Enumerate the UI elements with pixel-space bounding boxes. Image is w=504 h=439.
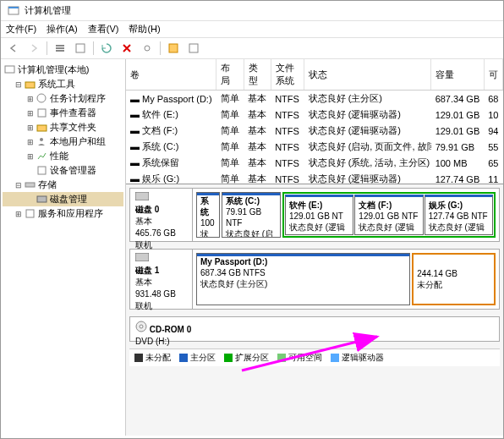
disk-header: CD-ROM 0 DVD (H:) <box>130 317 499 341</box>
svg-point-6 <box>145 46 150 51</box>
menu-help[interactable]: 帮助(H) <box>129 23 160 36</box>
tree-device-manager[interactable]: 设备管理器 <box>3 163 123 178</box>
partition[interactable]: 娱乐 (G:) 127.74 GB NTF 状态良好 (逻辑 <box>425 195 493 235</box>
tree-storage[interactable]: ⊟存储 <box>3 178 123 192</box>
svg-point-11 <box>37 94 46 102</box>
back-icon[interactable] <box>6 41 21 56</box>
col-capacity[interactable]: 容量 <box>431 59 485 91</box>
svg-rect-12 <box>38 109 46 117</box>
svg-rect-18 <box>26 210 34 217</box>
volume-row[interactable]: ▬ 软件 (E:)简单基本NTFS状态良好 (逻辑驱动器)129.01 GB10 <box>126 107 503 123</box>
tree-task-scheduler[interactable]: ⊞任务计划程序 <box>3 91 123 106</box>
settings-icon[interactable] <box>140 41 155 56</box>
disk-row-0[interactable]: 磁盘 0 基本 465.76 GB 联机 系统 100 状态 系统 (C:) 7… <box>129 188 500 242</box>
svg-rect-8 <box>189 44 198 52</box>
disk-row-cdrom[interactable]: CD-ROM 0 DVD (H:) <box>129 316 500 342</box>
svg-rect-7 <box>169 44 178 52</box>
col-type[interactable]: 类型 <box>244 59 271 91</box>
tree-performance[interactable]: ⊞性能 <box>3 149 123 163</box>
extended-partition: 软件 (E:) 129.01 GB NT 状态良好 (逻辑 文档 (F:) 12… <box>282 192 496 238</box>
menu-view[interactable]: 查看(V) <box>88 23 119 36</box>
navigation-tree[interactable]: 计算机管理(本地) ⊟系统工具 ⊞任务计划程序 ⊞事件查看器 ⊞共享文件夹 ⊞本… <box>1 59 126 436</box>
volume-row[interactable]: ▬ 文档 (F:)简单基本NTFS状态良好 (逻辑驱动器)129.01 GB94 <box>126 123 503 139</box>
app-icon <box>8 5 19 17</box>
help-icon[interactable] <box>186 41 201 56</box>
svg-rect-19 <box>135 192 149 200</box>
tree-shared-folders[interactable]: ⊞共享文件夹 <box>3 120 123 134</box>
svg-rect-1 <box>8 7 19 8</box>
col-free[interactable]: 可 <box>484 59 502 91</box>
tree-local-users[interactable]: ⊞本地用户和组 <box>3 134 123 149</box>
col-volume[interactable]: 卷 <box>126 59 216 91</box>
delete-icon[interactable] <box>119 41 134 56</box>
svg-rect-10 <box>25 82 35 88</box>
disk-header: 磁盘 1 基本 931.48 GB 联机 <box>130 250 193 309</box>
svg-rect-9 <box>5 66 14 73</box>
properties-icon[interactable] <box>73 41 88 56</box>
disk-header: 磁盘 0 基本 465.76 GB 联机 <box>130 189 193 241</box>
forward-icon[interactable] <box>26 41 41 56</box>
window-title: 计算机管理 <box>25 4 71 17</box>
volume-row[interactable]: ▬ 娱乐 (G:)简单基本NTFS状态良好 (逻辑驱动器)127.74 GB11 <box>126 171 503 184</box>
view-icon[interactable] <box>52 41 68 56</box>
volume-row[interactable]: ▬ 系统保留简单基本NTFS状态良好 (系统, 活动, 主分区)100 MB65 <box>126 155 503 171</box>
partition[interactable]: 文档 (F:) 129.01 GB NTF 状态良好 (逻辑 <box>354 195 423 235</box>
volume-list[interactable]: 卷 布局 类型 文件系统 状态 容量 可 ▬ My Passport (D:)简… <box>126 59 503 184</box>
partition[interactable]: 系统 100 状态 <box>196 192 220 238</box>
col-fs[interactable]: 文件系统 <box>271 59 304 91</box>
svg-point-14 <box>40 138 43 141</box>
legend: 未分配 主分区 扩展分区 可用空间 逻辑驱动器 <box>129 348 500 366</box>
svg-rect-13 <box>37 125 47 131</box>
disk-map: 磁盘 0 基本 465.76 GB 联机 系统 100 状态 系统 (C:) 7… <box>126 184 503 436</box>
partition[interactable]: 系统 (C:) 79.91 GB NTF 状态良好 (启动 <box>222 192 281 238</box>
svg-rect-5 <box>76 44 85 52</box>
svg-rect-20 <box>135 253 149 261</box>
refresh-icon[interactable] <box>99 41 114 56</box>
svg-rect-17 <box>37 196 47 202</box>
partition[interactable]: 软件 (E:) 129.01 GB NT 状态良好 (逻辑 <box>285 195 353 235</box>
svg-rect-4 <box>56 50 64 52</box>
volume-row[interactable]: ▬ 系统 (C:)简单基本NTFS状态良好 (启动, 页面文件, 故障转储, 主… <box>126 139 503 155</box>
tree-disk-management[interactable]: 磁盘管理 <box>3 192 123 206</box>
menu-file[interactable]: 文件(F) <box>6 23 36 36</box>
partition[interactable]: My Passport (D:) 687.34 GB NTFS 状态良好 (主分… <box>196 253 410 305</box>
list-icon[interactable] <box>166 41 181 56</box>
col-status[interactable]: 状态 <box>304 59 431 91</box>
tree-system-tools[interactable]: ⊟系统工具 <box>3 77 123 91</box>
tree-services-apps[interactable]: ⊞服务和应用程序 <box>3 206 123 221</box>
disk-row-1[interactable]: 磁盘 1 基本 931.48 GB 联机 My Passport (D:) 68… <box>129 249 500 310</box>
menu-action[interactable]: 操作(A) <box>47 23 78 36</box>
volume-row[interactable]: ▬ My Passport (D:)简单基本NTFS状态良好 (主分区)687.… <box>126 91 503 107</box>
tree-event-viewer[interactable]: ⊞事件查看器 <box>3 106 123 120</box>
col-layout[interactable]: 布局 <box>216 59 244 91</box>
svg-rect-16 <box>25 183 35 187</box>
svg-rect-3 <box>56 47 64 49</box>
partition-unallocated[interactable]: 244.14 GB 未分配 <box>412 253 496 305</box>
svg-rect-15 <box>38 167 46 174</box>
svg-point-22 <box>140 325 143 328</box>
tree-root[interactable]: 计算机管理(本地) <box>3 63 123 77</box>
svg-rect-2 <box>56 45 64 47</box>
